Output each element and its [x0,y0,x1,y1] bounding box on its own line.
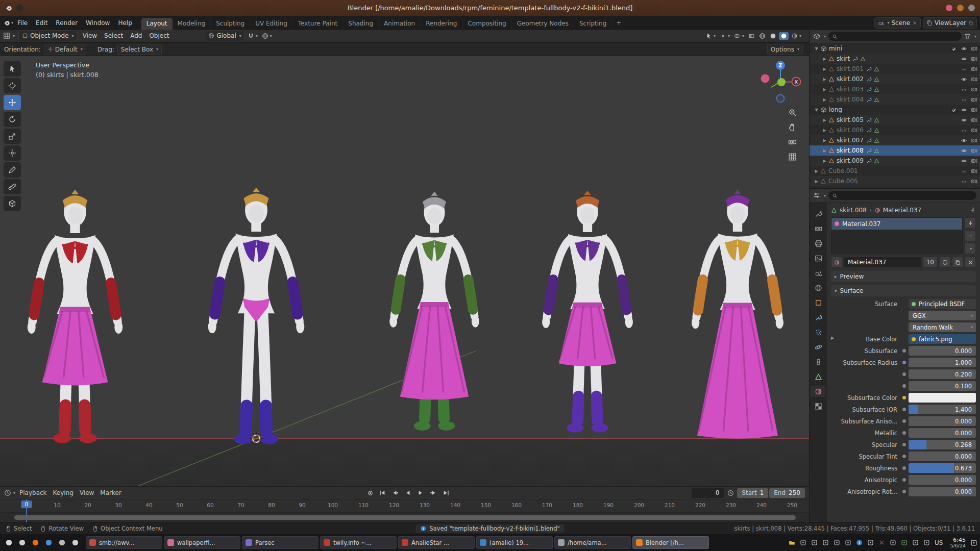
view-layer-selector[interactable]: ViewLayer [923,17,977,29]
disclosure-triangle-icon[interactable]: ▶ [821,138,828,143]
disclosure-triangle-icon[interactable]: ▶ [821,57,828,61]
disable-render-toggle[interactable] [971,137,977,144]
hide-viewport-toggle[interactable] [961,86,967,93]
playhead[interactable]: 0 [21,500,32,508]
decorator-dot[interactable] [902,466,906,470]
shading-solid-button[interactable] [768,32,778,40]
decorator-dot[interactable] [902,396,906,399]
outliner-row-long[interactable]: ▼long [810,105,980,115]
mode-dropdown[interactable]: Object Mode ▾ [18,30,78,41]
tray-icon-files[interactable] [788,539,796,547]
scene-unlink-icon[interactable] [912,20,917,26]
tool-transform[interactable] [4,145,21,161]
figure-green[interactable] [389,192,479,431]
decorator-dot[interactable] [902,419,906,423]
breadcrumb-object[interactable]: skirt.008 [840,207,867,214]
slider-field[interactable]: 0.000 [909,487,976,496]
figure-gold[interactable] [692,190,783,439]
properties-tab-object[interactable] [811,297,825,308]
slider-field[interactable]: 0.200 [909,369,976,379]
task-button-parsec[interactable]: Parsec [242,536,318,549]
disable-render-toggle[interactable] [971,45,977,52]
tray-icon-clipboard[interactable] [799,539,807,547]
tool-scale[interactable] [4,129,21,144]
hide-viewport-toggle[interactable] [961,137,967,144]
tray-icon-keyboard[interactable] [911,539,919,547]
outliner-item-label[interactable]: skirt.009 [837,157,864,164]
hide-viewport-toggle[interactable] [961,55,967,62]
outliner-row-skirt-008[interactable]: ▶skirt.008 [810,145,980,156]
outliner-item-label[interactable]: Cube.005 [828,178,858,185]
material-slot-list[interactable]: Material.037 [831,217,963,254]
slider-field[interactable]: 0.000 [909,346,976,356]
collection-checkbox[interactable] [951,45,957,52]
gizmo-neg-z-ball[interactable] [777,95,785,103]
gizmo-y-ball[interactable] [777,78,786,86]
disclosure-triangle-icon[interactable]: ▶ [821,128,828,133]
slider-field[interactable]: 0.000 [909,428,976,438]
expand-node-icon[interactable]: ▶ [831,336,834,340]
material-slot-row[interactable]: Material.037 [831,218,962,230]
blender-menu-icon[interactable] [3,19,10,27]
selectability-dropdown[interactable]: ▾ [704,32,717,40]
decorator-dot[interactable] [902,455,906,458]
decorator-dot[interactable] [902,384,906,388]
tray-icon-usb[interactable] [866,539,874,547]
window-minimize-button[interactable] [946,5,952,11]
decorator-dot[interactable] [902,490,906,493]
task-button-blender-h[interactable]: Blender [/h... [632,536,709,549]
overlays-dropdown[interactable]: ▾ [732,32,746,40]
hide-viewport-toggle[interactable] [961,45,967,52]
launcher-text-editor[interactable] [69,536,81,549]
task-button-home-ama[interactable]: /home/ama... [554,536,631,549]
taskbar-clock[interactable]: 6:45 5/6/24 [947,537,969,548]
outliner-item-label[interactable]: skirt.002 [837,76,864,83]
remove-slot-button[interactable] [965,230,976,241]
outliner-row-skirt-006[interactable]: ▶skirt.006 [810,125,980,135]
play-reverse-button[interactable] [402,488,413,497]
tray-icon-shield[interactable] [900,539,908,547]
color-swatch[interactable] [909,393,976,403]
jump-to-end-button[interactable] [440,488,452,497]
outliner-row-skirt-001[interactable]: ▶skirt.001 [810,64,980,74]
workspace-tab-geometry-nodes[interactable]: Geometry Nodes [512,18,574,30]
figure-violet[interactable] [542,191,633,433]
workspace-tab-animation[interactable]: Animation [379,18,421,30]
window-maximize-button[interactable] [957,5,964,11]
outliner-editor-icon[interactable] [813,33,820,40]
properties-tab-texture[interactable] [811,400,825,412]
properties-tab-constraints[interactable] [811,356,825,367]
properties-tab-view-layer[interactable] [811,253,825,264]
tray-icon-network[interactable] [844,539,852,547]
properties-tab-tool[interactable] [811,208,825,219]
xray-toggle[interactable] [747,32,756,40]
3d-viewport[interactable]: User Perspective (0) skirts | skirt.008 … [0,56,809,486]
proportional-editing-toggle[interactable]: ▾ [260,32,274,40]
figure-purple[interactable] [208,188,305,444]
launcher-web-browser[interactable] [42,536,55,549]
outliner-row-skirt-005[interactable]: ▶skirt.005 [810,115,980,125]
prev-keyframe-button[interactable] [389,488,401,497]
browse-material-button[interactable] [831,257,842,268]
tray-icon-info[interactable] [855,539,863,547]
outliner-row-skirt-009[interactable]: ▶skirt.009 [810,156,980,166]
add-slot-button[interactable] [965,217,976,229]
workspace-tab-shading[interactable]: Shading [343,18,379,30]
shader-field[interactable]: Principled BSDF [909,299,976,309]
outliner-item-label[interactable]: skirt.007 [837,137,864,144]
tray-icon-display[interactable] [810,539,818,547]
disclosure-triangle-icon[interactable]: ▶ [813,179,820,184]
pin-icon[interactable] [970,207,976,213]
collection-checkbox[interactable] [951,106,957,113]
transform-orientation-dropdown[interactable]: Global ▾ [205,30,244,41]
task-button-amalie-19[interactable]: (amalie) 19... [476,536,553,549]
tray-icon-power[interactable] [922,539,930,547]
viewport-menu-object[interactable]: Object [145,31,173,40]
hide-viewport-toggle[interactable] [961,106,967,113]
disclosure-triangle-icon[interactable]: ▶ [821,148,828,153]
workspace-tab-layout[interactable]: Layout [141,18,173,30]
hide-viewport-toggle[interactable] [961,127,967,134]
zoom-icon[interactable] [788,108,797,117]
tray-icon-chat[interactable] [889,539,897,547]
keyboard-layout-indicator[interactable]: US [932,539,945,546]
